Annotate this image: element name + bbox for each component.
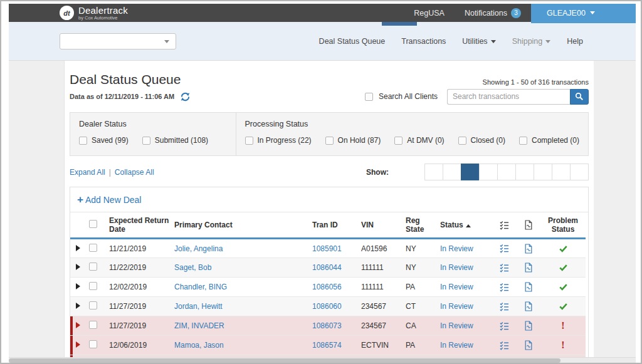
expand-row-icon[interactable]: [76, 322, 80, 328]
row-checkbox[interactable]: [89, 321, 97, 329]
expand-row-icon[interactable]: [76, 245, 80, 251]
page-button[interactable]: [570, 164, 589, 180]
nav-shipping[interactable]: Shipping: [512, 37, 551, 46]
page-button[interactable]: [515, 164, 534, 180]
col-problem-status[interactable]: Problem Status: [540, 212, 586, 239]
page-button[interactable]: [461, 164, 480, 180]
col-expected-return-date[interactable]: Expected Return Date: [107, 212, 172, 239]
user-menu-button[interactable]: GLEAJE00: [531, 4, 636, 23]
filter-option[interactable]: On Hold (87): [325, 136, 381, 145]
scrollbar-thumb[interactable]: [9, 358, 560, 363]
filter-checkbox[interactable]: [394, 137, 403, 145]
filter-checkbox[interactable]: [142, 137, 150, 145]
search-button[interactable]: [570, 89, 589, 105]
deal-pdf-icon[interactable]: [519, 282, 538, 292]
expand-row-icon[interactable]: [76, 264, 80, 270]
page-button[interactable]: [552, 164, 571, 180]
expand-row-icon[interactable]: [76, 341, 80, 348]
status-link[interactable]: In Review: [440, 244, 473, 253]
primary-contact-link[interactable]: Chandler, BING: [174, 283, 227, 291]
row-checkbox[interactable]: [89, 340, 97, 348]
deal-checklist-icon[interactable]: [494, 321, 514, 331]
top-nav-notifications[interactable]: Notifications 3: [455, 4, 531, 22]
dealer-status-title: Dealer Status: [79, 120, 227, 128]
deal-pdf-icon[interactable]: [519, 301, 538, 311]
col-primary-contact[interactable]: Primary Contact: [172, 212, 310, 239]
status-link[interactable]: In Review: [440, 302, 473, 311]
page-button[interactable]: [424, 164, 443, 180]
deal-pdf-icon[interactable]: [519, 244, 538, 254]
primary-contact-link[interactable]: Jordan, Hewitt: [174, 302, 223, 311]
primary-contact-link[interactable]: Jolie, Angelina: [174, 244, 223, 253]
status-link[interactable]: In Review: [440, 263, 473, 272]
tran-id-link[interactable]: 1086060: [312, 302, 342, 311]
horizontal-scrollbar[interactable]: [9, 357, 636, 363]
expand-row-icon[interactable]: [76, 303, 80, 309]
cell-vin: 111111: [359, 258, 403, 278]
nav-help[interactable]: Help: [567, 37, 583, 46]
tran-id-link[interactable]: 1086574: [312, 341, 342, 350]
filter-checkbox[interactable]: [458, 137, 466, 145]
filter-option[interactable]: At DMV (0): [394, 136, 444, 145]
filter-option[interactable]: Closed (0): [458, 136, 505, 145]
tran-id-link[interactable]: 1086056: [312, 283, 342, 291]
add-new-deal-button[interactable]: + Add New Deal: [77, 194, 141, 205]
filter-checkbox[interactable]: [519, 137, 527, 145]
select-all-checkbox[interactable]: [89, 220, 97, 228]
filter-checkbox[interactable]: [79, 137, 87, 145]
filter-checkbox[interactable]: [245, 137, 253, 145]
deal-checklist-icon[interactable]: [494, 302, 514, 311]
brand: dt Dealertrack by Cox Automotive: [60, 6, 128, 21]
deal-pdf-icon[interactable]: [519, 340, 538, 350]
filter-option[interactable]: Saved (99): [79, 136, 129, 145]
primary-contact-link[interactable]: ZIM, INVADER: [174, 321, 224, 330]
primary-contact-link[interactable]: Saget, Bob: [174, 263, 211, 272]
col-tran-id[interactable]: Tran ID: [310, 212, 359, 239]
ok-check-icon: [543, 263, 583, 272]
row-checkbox[interactable]: [89, 244, 97, 252]
row-checkbox[interactable]: [89, 263, 97, 271]
deal-checklist-icon[interactable]: [494, 244, 514, 253]
deal-checklist-icon[interactable]: [494, 341, 514, 350]
deals-table: Expected Return Date Primary Contact Tra…: [70, 212, 586, 363]
row-checkbox[interactable]: [89, 301, 97, 309]
page-button[interactable]: [534, 164, 552, 180]
page-button[interactable]: [443, 164, 461, 180]
status-link[interactable]: In Review: [440, 341, 473, 350]
nav-utilities[interactable]: Utilities: [462, 37, 495, 46]
filter-option[interactable]: Submitted (108): [142, 136, 208, 145]
row-checkbox[interactable]: [89, 282, 97, 290]
search-all-clients-checkbox[interactable]: [365, 93, 373, 101]
col-reg-state[interactable]: Reg State: [403, 212, 438, 239]
nav-deal-status-queue[interactable]: Deal Status Queue: [319, 37, 386, 46]
col-status[interactable]: Status: [438, 212, 492, 239]
tran-id-link[interactable]: 1086073: [312, 321, 342, 330]
tran-id-link[interactable]: 1085901: [312, 244, 342, 253]
filter-option[interactable]: In Progress (22): [245, 136, 312, 145]
expand-row-icon[interactable]: [76, 283, 80, 289]
top-nav-regusa[interactable]: RegUSA: [404, 4, 455, 22]
col-vin[interactable]: VIN: [359, 212, 403, 239]
expand-all-link[interactable]: Expand All: [70, 168, 105, 177]
nav-transactions[interactable]: Transactions: [401, 37, 446, 46]
deal-checklist-icon[interactable]: [494, 283, 514, 292]
deal-pdf-icon[interactable]: [519, 321, 538, 331]
deal-checklist-icon[interactable]: [494, 263, 514, 273]
brand-name: Dealertrack: [78, 6, 128, 15]
primary-contact-link[interactable]: Mamoa, Jason: [174, 341, 224, 350]
collapse-all-link[interactable]: Collapse All: [115, 168, 154, 177]
client-selector-dropdown[interactable]: [60, 33, 176, 49]
status-link[interactable]: In Review: [440, 321, 473, 330]
filter-checkbox[interactable]: [325, 137, 334, 145]
nav-items: Deal Status Queue Transactions Utilities…: [319, 22, 583, 61]
dealertrack-logo-icon: dt: [60, 6, 74, 20]
tran-id-link[interactable]: 1086044: [312, 263, 342, 272]
search-input[interactable]: [447, 89, 570, 105]
page-button[interactable]: [497, 164, 516, 180]
page-button[interactable]: [479, 164, 498, 180]
status-link[interactable]: In Review: [440, 283, 473, 291]
filter-option[interactable]: Completed (0): [519, 136, 579, 145]
deal-pdf-icon[interactable]: [519, 263, 538, 273]
refresh-icon[interactable]: [180, 91, 191, 102]
cell-expected-return-date: 11/27/2019: [107, 316, 172, 336]
